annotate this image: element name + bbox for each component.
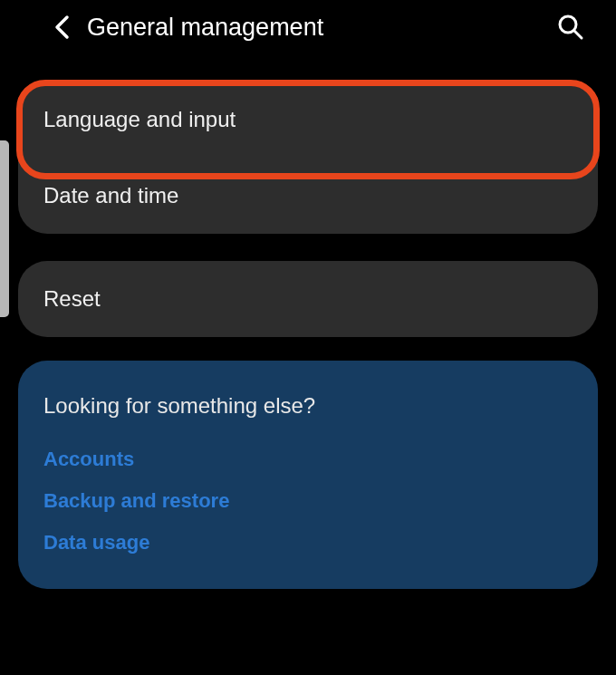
suggestions-card: Looking for something else? Accounts Bac…: [18, 361, 598, 589]
suggestion-link-backup-restore[interactable]: Backup and restore: [43, 489, 573, 513]
settings-item-reset[interactable]: Reset: [18, 261, 598, 337]
settings-item-label: Language and input: [43, 107, 236, 131]
svg-line-1: [574, 31, 582, 38]
suggestion-link-accounts[interactable]: Accounts: [43, 448, 573, 471]
settings-group-1: Language and input Date and time: [18, 82, 598, 234]
settings-content: Language and input Date and time Reset L…: [0, 54, 616, 589]
back-icon[interactable]: [43, 9, 80, 45]
settings-item-label: Reset: [43, 286, 101, 311]
suggestion-link-label: Backup and restore: [43, 489, 229, 512]
settings-group-2: Reset: [18, 261, 598, 337]
header: General management: [0, 0, 616, 54]
search-icon[interactable]: [553, 9, 589, 45]
settings-item-language-input[interactable]: Language and input: [18, 82, 598, 158]
settings-item-label: Date and time: [43, 183, 178, 207]
scroll-indicator[interactable]: [0, 140, 9, 317]
suggestion-link-label: Data usage: [43, 531, 149, 554]
settings-item-date-time[interactable]: Date and time: [18, 158, 598, 234]
suggestion-link-data-usage[interactable]: Data usage: [43, 531, 573, 554]
suggestion-link-label: Accounts: [43, 448, 134, 470]
page-title: General management: [87, 14, 553, 42]
suggestions-title: Looking for something else?: [43, 393, 573, 419]
